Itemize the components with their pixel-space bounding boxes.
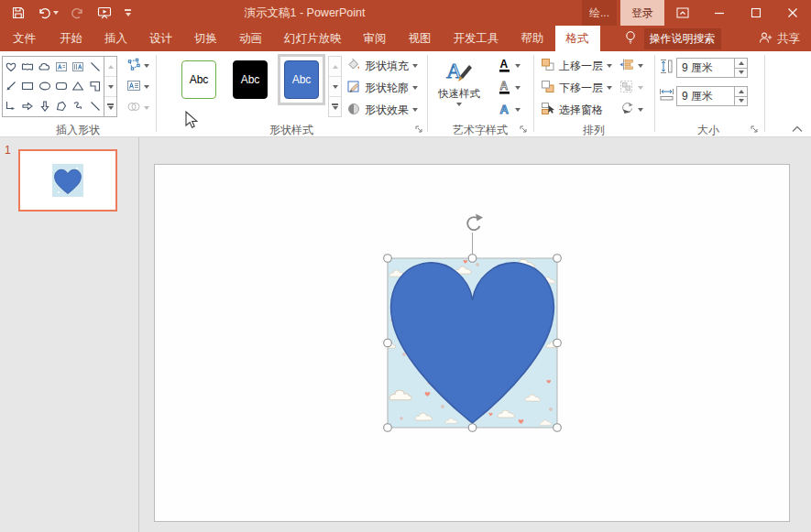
- maximize-button[interactable]: [738, 0, 774, 26]
- slide-thumbnail-1[interactable]: [18, 149, 117, 212]
- shape-fill-icon: [346, 58, 361, 75]
- resize-handle-bottom[interactable]: [468, 424, 477, 432]
- shape-triangle-icon[interactable]: [70, 77, 86, 97]
- group-button[interactable]: [619, 78, 643, 98]
- width-up-button[interactable]: [735, 87, 747, 96]
- tab-view[interactable]: 视图: [398, 26, 443, 51]
- shape-cloud-icon[interactable]: [37, 57, 53, 77]
- sign-in-button[interactable]: 登录: [620, 0, 664, 26]
- tab-slideshow[interactable]: 幻灯片放映: [273, 26, 353, 51]
- wordart-dialog-launcher[interactable]: [519, 125, 529, 135]
- shape-line-arrow-icon[interactable]: [3, 77, 19, 97]
- selection-pane-button[interactable]: 选择窗格: [541, 100, 603, 120]
- shape-outline-button[interactable]: 形状轮廓: [346, 78, 418, 98]
- shape-fill-button[interactable]: 形状填充: [346, 56, 418, 76]
- shape-width-field[interactable]: 9 厘米: [676, 86, 748, 106]
- quick-styles-button[interactable]: A 快速样式: [434, 56, 484, 118]
- slide-thumbnail-panel: 1: [0, 137, 139, 532]
- shape-freeform-icon[interactable]: [53, 96, 70, 116]
- size-dialog-launcher[interactable]: [750, 125, 760, 135]
- resize-handle-bottom-left[interactable]: [384, 424, 392, 432]
- share-person-icon: [759, 31, 773, 47]
- start-slideshow-button[interactable]: [93, 2, 116, 24]
- tab-insert[interactable]: 插入: [93, 26, 138, 51]
- minimize-button[interactable]: [701, 0, 738, 26]
- shape-rectangle-icon[interactable]: [19, 77, 36, 97]
- customize-qat-icon: [125, 9, 131, 16]
- resize-handle-right[interactable]: [553, 339, 562, 347]
- bring-forward-button[interactable]: 上移一层: [541, 56, 612, 76]
- tab-animations[interactable]: 动画: [228, 26, 273, 51]
- contextual-tab-drawing-tools[interactable]: 绘...: [582, 0, 617, 26]
- thumbnail-heart-image: [51, 162, 84, 199]
- ribbon-options-icon: [676, 7, 689, 18]
- shape-vertical-text-box-icon[interactable]: [70, 57, 86, 77]
- shape-text-box-icon[interactable]: [53, 57, 70, 77]
- text-effects-button[interactable]: A: [491, 100, 526, 120]
- tab-file[interactable]: 文件: [0, 26, 49, 51]
- gallery-more-button[interactable]: [104, 96, 116, 116]
- width-value[interactable]: 9 厘米: [677, 87, 734, 105]
- resize-handle-bottom-right[interactable]: [553, 424, 562, 432]
- align-button[interactable]: [619, 56, 643, 76]
- shape-height-field[interactable]: 9 厘米: [676, 58, 748, 78]
- shape-style-chip-2[interactable]: Abc: [233, 60, 268, 99]
- tab-format[interactable]: 格式: [555, 26, 600, 51]
- shape-elbow-arrow-connector-icon[interactable]: [3, 96, 19, 116]
- height-down-button[interactable]: [735, 68, 747, 78]
- styles-gallery-scrollbar: [328, 56, 342, 117]
- shape-right-arrow-icon[interactable]: [19, 96, 36, 116]
- shape-line-icon[interactable]: [87, 57, 104, 77]
- resize-handle-top[interactable]: [468, 255, 477, 263]
- styles-more-button[interactable]: [329, 96, 341, 116]
- tab-transitions[interactable]: 切换: [183, 26, 228, 51]
- gallery-scroll-down-button[interactable]: [104, 76, 116, 96]
- text-outline-button[interactable]: A: [491, 78, 526, 98]
- tab-review[interactable]: 审阅: [353, 26, 398, 51]
- shape-scribble-icon[interactable]: [70, 96, 86, 116]
- resize-handle-left[interactable]: [384, 339, 392, 347]
- tab-help[interactable]: 帮助: [510, 26, 555, 51]
- customize-qat-button[interactable]: [120, 2, 136, 24]
- rotate-handle-icon[interactable]: [467, 214, 483, 231]
- shape-heart-icon[interactable]: [3, 57, 19, 77]
- redo-button[interactable]: [67, 2, 89, 24]
- tab-home[interactable]: 开始: [49, 26, 93, 51]
- rotate-button[interactable]: [619, 100, 643, 120]
- tab-developer[interactable]: 开发工具: [443, 26, 510, 51]
- gallery-scroll-up-button[interactable]: [104, 57, 116, 76]
- ribbon-display-options-button[interactable]: [664, 0, 701, 26]
- styles-scroll-up-button[interactable]: [329, 57, 341, 76]
- edit-shape-button[interactable]: [121, 56, 154, 76]
- tell-me-search[interactable]: 操作说明搜索: [644, 28, 721, 49]
- send-backward-button[interactable]: 下移一层: [541, 78, 612, 98]
- share-button[interactable]: 共享: [759, 26, 800, 51]
- align-icon: [619, 58, 634, 74]
- rotate-icon: [619, 102, 634, 118]
- height-value[interactable]: 9 厘米: [677, 59, 734, 77]
- shape-effects-button[interactable]: 形状效果: [346, 100, 418, 120]
- resize-handle-top-right[interactable]: [553, 255, 562, 263]
- shape-corner-icon[interactable]: [87, 77, 104, 97]
- shape-style-chip-1[interactable]: Abc: [181, 60, 216, 99]
- merge-shapes-button[interactable]: [121, 98, 154, 118]
- shape-down-arrow-icon[interactable]: [37, 96, 53, 116]
- draw-textbox-button[interactable]: [121, 77, 154, 97]
- tab-design[interactable]: 设计: [138, 26, 183, 51]
- insert-shapes-gallery: [2, 56, 104, 117]
- shape-styles-dialog-launcher[interactable]: [414, 125, 424, 135]
- height-up-button[interactable]: [735, 59, 747, 68]
- width-down-button[interactable]: [735, 96, 747, 106]
- undo-button[interactable]: [33, 2, 63, 24]
- shape-style-chip-3-selected[interactable]: Abc: [284, 60, 319, 99]
- resize-handle-top-left[interactable]: [384, 255, 392, 263]
- save-button[interactable]: [7, 2, 29, 24]
- text-fill-button[interactable]: A: [491, 56, 526, 76]
- shape-rounded-rectangle-icon[interactable]: [53, 77, 70, 97]
- shape-oval-icon[interactable]: [37, 77, 53, 97]
- close-button[interactable]: [774, 0, 811, 26]
- shape-wave-icon[interactable]: [19, 57, 36, 77]
- collapse-ribbon-button[interactable]: [790, 123, 805, 136]
- shape-line2-icon[interactable]: [87, 96, 104, 116]
- styles-scroll-down-button[interactable]: [329, 76, 341, 96]
